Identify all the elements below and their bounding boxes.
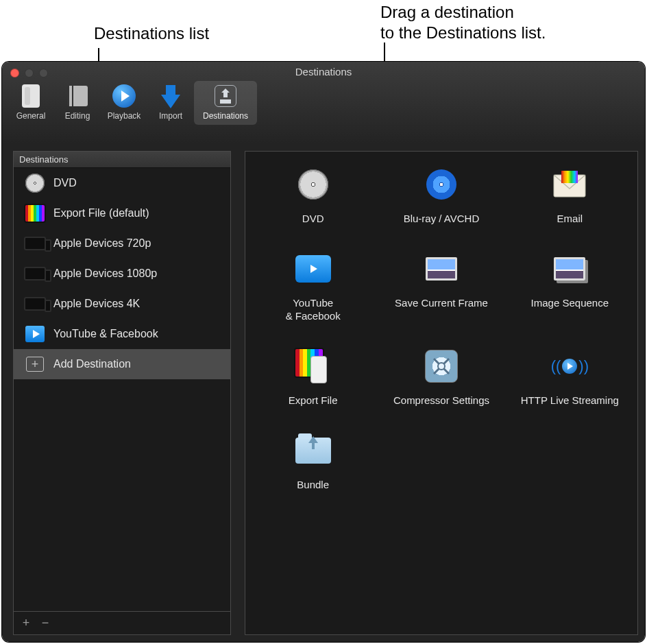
compressor-icon [421,346,462,387]
toolbar-tab-editing[interactable]: Editing [54,81,101,125]
remove-destination-button[interactable]: − [40,616,51,630]
grid-item-youtube-facebook[interactable]: YouTube & Facebook [253,248,373,322]
callout-sidebar: Destinations list [94,23,209,44]
sidebar-item-label: Apple Devices 720p [53,237,151,250]
destinations-grid: DVD Blu-ray / AVCHD Ema [252,164,631,491]
add-destination-button[interactable]: + [21,616,32,630]
video-share-icon [23,324,47,344]
destinations-list: DVD Export File (default) Apple Devices … [14,168,230,611]
destinations-icon [210,84,241,108]
envelope-icon [549,164,590,205]
devices-icon [23,294,47,313]
toolbar-tab-label: Import [159,111,182,121]
devices-icon [23,234,47,253]
bluray-disc-icon [421,164,462,205]
grid-item-bluray[interactable]: Blu-ray / AVCHD [381,164,501,225]
toolbar-tab-label: General [16,111,46,121]
editing-icon [62,84,93,108]
sidebar-item-export-file[interactable]: Export File (default) [14,198,230,228]
toolbar-tab-label: Destinations [203,111,248,121]
disc-icon [293,164,334,205]
grid-item-image-sequence[interactable]: Image Sequence [510,248,630,322]
grid-item-http-live[interactable]: (()) HTTP Live Streaming [510,346,630,407]
grid-item-save-frame[interactable]: Save Current Frame [381,248,501,322]
grid-item-dvd[interactable]: DVD [253,164,373,225]
toolbar-tab-destinations[interactable]: Destinations [194,81,257,125]
sidebar-item-label: Apple Devices 4K [53,298,140,310]
sidebar-item-label: Add Destination [53,358,131,370]
import-icon [156,84,186,108]
grid-item-label: Export File [289,394,338,407]
callout-grid: Drag a destination to the Destinations l… [380,2,546,43]
grid-item-label: Compressor Settings [393,394,489,407]
sidebar-item-label: YouTube & Facebook [53,328,158,340]
svg-rect-1 [561,171,578,183]
toolbar-tab-label: Playback [108,111,141,121]
sidebar-item-label: DVD [53,177,77,189]
grid-item-label: Image Sequence [531,296,609,309]
grid-item-label: DVD [302,212,324,225]
grid-item-bundle[interactable]: Bundle [253,430,373,491]
sidebar-item-apple-4k[interactable]: Apple Devices 4K [14,289,230,319]
grid-item-compressor[interactable]: Compressor Settings [381,346,501,407]
svg-point-4 [438,363,445,370]
devices-icon [23,264,47,283]
grid-item-export-file[interactable]: Export File [253,346,373,407]
grid-item-label: Email [557,212,583,225]
image-icon [421,248,462,289]
toolbar-tab-playback[interactable]: Playback [101,81,147,125]
video-share-icon [293,248,334,289]
content-area: Destinations DVD Export File (default) A… [2,151,645,642]
grid-item-label: Blu-ray / AVCHD [404,212,480,225]
plus-icon: + [23,355,47,374]
disc-icon [23,174,47,193]
image-stack-icon [549,248,590,289]
sidebar-item-apple-1080p[interactable]: Apple Devices 1080p [14,259,230,289]
grid-item-label: YouTube & Facebook [286,296,341,322]
sidebar-item-dvd[interactable]: DVD [14,168,230,198]
streaming-icon: (()) [549,346,590,387]
preferences-window: Destinations General Editing Playback Im… [2,62,645,642]
grid-item-label: Save Current Frame [395,296,488,309]
general-icon [16,84,46,108]
sidebar-item-youtube-facebook[interactable]: YouTube & Facebook [14,319,230,349]
sidebar-item-add-destination[interactable]: + Add Destination [14,349,230,379]
sidebar-item-label: Apple Devices 1080p [53,267,157,280]
destinations-sidebar: Destinations DVD Export File (default) A… [13,151,231,635]
window-title: Destinations [2,66,645,77]
grid-item-label: Bundle [297,478,329,491]
grid-item-email[interactable]: Email [510,164,630,225]
grid-item-label: HTTP Live Streaming [521,394,619,407]
export-file-icon [293,346,334,387]
sidebar-footer: + − [14,611,230,634]
playback-icon [109,84,139,108]
sidebar-header: Destinations [14,152,230,168]
toolbar-tab-import[interactable]: Import [147,81,194,125]
folder-icon [293,430,334,471]
sidebar-item-apple-720p[interactable]: Apple Devices 720p [14,228,230,259]
toolbar-tab-label: Editing [65,111,90,121]
filmstrip-icon [23,204,47,223]
toolbar-tab-general[interactable]: General [8,81,54,125]
destinations-grid-pane: DVD Blu-ray / AVCHD Ema [245,151,638,635]
sidebar-item-label: Export File (default) [53,207,149,219]
